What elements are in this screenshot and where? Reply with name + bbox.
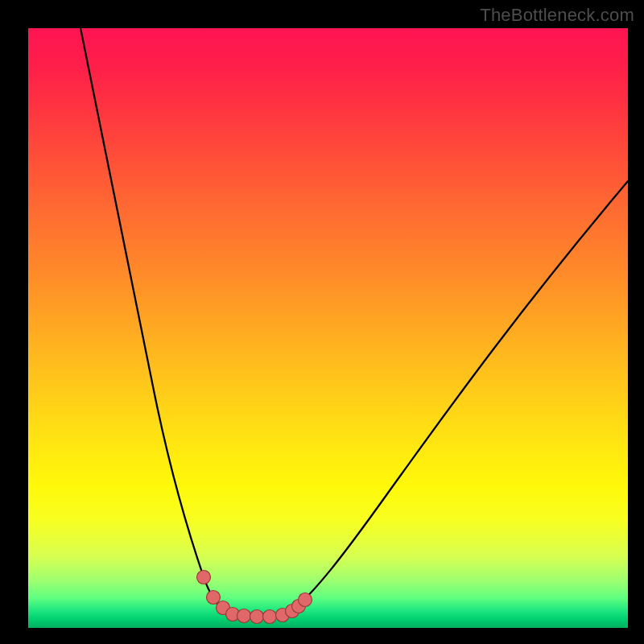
chart-frame: TheBottleneck.com	[0, 0, 644, 644]
watermark-text: TheBottleneck.com	[480, 5, 634, 26]
bead	[197, 571, 211, 584]
curve-left-arm	[80, 28, 231, 613]
curve-right-arm	[287, 181, 628, 613]
beads-group	[197, 571, 312, 624]
plot-area	[28, 28, 628, 628]
bead	[207, 591, 221, 605]
curve-svg	[28, 28, 628, 628]
bead	[263, 610, 277, 624]
bead	[237, 609, 251, 623]
bead	[299, 593, 312, 607]
bead	[250, 610, 264, 624]
